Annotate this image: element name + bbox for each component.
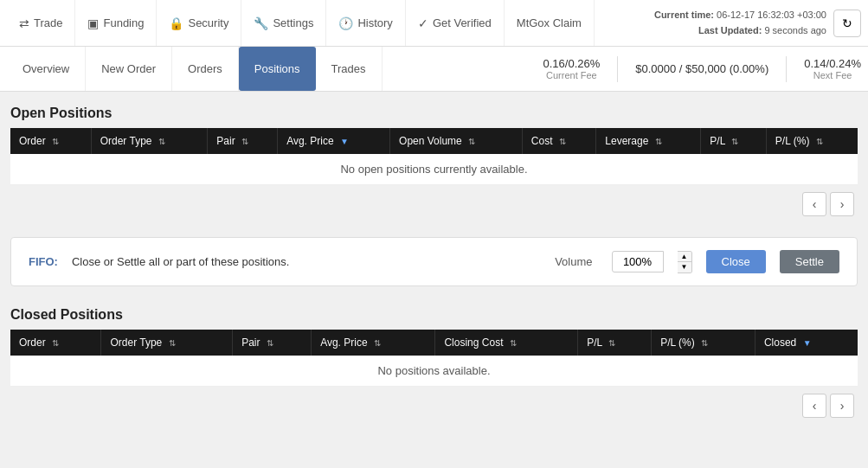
subnav-overview[interactable]: Overview [7, 47, 86, 91]
nav-trade[interactable]: ⇄ Trade [7, 0, 75, 46]
fifo-block: FIFO: Close or Settle all or part of the… [10, 237, 858, 286]
nav-funding-label: Funding [103, 16, 144, 29]
current-fee-value: 0.16/0.26% [543, 57, 600, 70]
next-fee-label: Next Fee [804, 70, 861, 80]
nav-funding[interactable]: ▣ Funding [75, 0, 157, 46]
col-cost[interactable]: Cost ⇅ [522, 128, 595, 154]
last-updated-label: Last Updated: [698, 25, 762, 35]
open-positions-header: Order ⇅ Order Type ⇅ Pair ⇅ Avg. Price ▼… [10, 128, 858, 154]
subnav-new-order[interactable]: New Order [86, 47, 172, 91]
funding-icon: ▣ [87, 16, 99, 30]
closed-col-closed[interactable]: Closed ▼ [755, 330, 858, 356]
subnav-positions[interactable]: Positions [239, 47, 316, 91]
col-open-volume[interactable]: Open Volume ⇅ [390, 128, 523, 154]
closed-col-pair[interactable]: Pair ⇅ [233, 330, 312, 356]
subnav-trades[interactable]: Trades [316, 47, 383, 91]
volume-spin-up[interactable]: ▲ [678, 252, 691, 262]
current-time-label: Current time: [654, 10, 714, 20]
closed-col-avg-price[interactable]: Avg. Price ⇅ [312, 330, 435, 356]
current-fee: 0.16/0.26% Current Fee [543, 57, 600, 80]
open-positions-section: Open Positions Order ⇅ Order Type ⇅ Pair… [10, 106, 858, 223]
col-pl-pct[interactable]: P/L (%) ⇅ [766, 128, 858, 154]
top-nav: ⇄ Trade ▣ Funding 🔒 Security 🔧 Settings … [0, 0, 868, 47]
nav-trade-label: Trade [34, 16, 62, 29]
closed-col-pl[interactable]: P/L ⇅ [578, 330, 652, 356]
closed-positions-table: Order ⇅ Order Type ⇅ Pair ⇅ Avg. Price ⇅… [10, 330, 858, 387]
closed-positions-next-btn[interactable]: › [830, 394, 854, 418]
balance-fee-value: $0.0000 / $50,000 (0.00%) [635, 62, 768, 75]
next-fee: 0.14/0.24% Next Fee [804, 57, 861, 80]
nav-mtgox-label: MtGox Claim [517, 16, 582, 29]
nav-verified-label: Get Verified [433, 16, 492, 29]
nav-get-verified[interactable]: ✓ Get Verified [406, 0, 505, 46]
volume-input[interactable] [612, 251, 664, 272]
fifo-label: FIFO: [29, 255, 58, 268]
closed-positions-empty-message: No positions available. [10, 356, 858, 387]
closed-col-order-type[interactable]: Order Type ⇅ [101, 330, 233, 356]
col-order-type[interactable]: Order Type ⇅ [91, 128, 208, 154]
col-leverage[interactable]: Leverage ⇅ [596, 128, 701, 154]
fee-block: 0.16/0.26% Current Fee $0.0000 / $50,000… [543, 56, 861, 82]
nav-settings-label: Settings [273, 16, 313, 29]
settings-icon: 🔧 [254, 16, 268, 30]
col-pl[interactable]: P/L ⇅ [701, 128, 767, 154]
open-positions-empty-row: No open positions currently available. [10, 154, 858, 185]
closed-positions-header: Order ⇅ Order Type ⇅ Pair ⇅ Avg. Price ⇅… [10, 330, 858, 356]
next-fee-value: 0.14/0.24% [804, 57, 861, 70]
closed-positions-empty-row: No positions available. [10, 356, 858, 387]
main-content: Open Positions Order ⇅ Order Type ⇅ Pair… [0, 92, 868, 439]
volume-spin-down[interactable]: ▼ [678, 262, 691, 272]
history-icon: 🕐 [338, 16, 353, 30]
closed-positions-pagination: ‹ › [10, 387, 858, 425]
nav-security[interactable]: 🔒 Security [157, 0, 241, 46]
volume-label: Volume [555, 255, 592, 268]
closed-positions-title: Closed Positions [10, 307, 858, 323]
close-button[interactable]: Close [706, 250, 766, 273]
open-positions-pagination: ‹ › [10, 185, 858, 223]
volume-spinner: ▲ ▼ [678, 251, 692, 273]
balance-fee: $0.0000 / $50,000 (0.00%) [635, 62, 768, 75]
nav-security-label: Security [188, 16, 228, 29]
nav-history-label: History [357, 16, 392, 29]
closed-positions-prev-btn[interactable]: ‹ [802, 394, 826, 418]
col-order[interactable]: Order ⇅ [10, 128, 91, 154]
closed-col-order[interactable]: Order ⇅ [10, 330, 101, 356]
open-positions-prev-btn[interactable]: ‹ [802, 192, 826, 216]
refresh-icon: ↻ [842, 16, 852, 30]
fifo-text: Close or Settle all or part of these pos… [72, 255, 289, 268]
nav-mtgox[interactable]: MtGox Claim [505, 0, 595, 46]
refresh-button[interactable]: ↻ [833, 10, 861, 37]
settle-button[interactable]: Settle [780, 250, 839, 273]
nav-settings[interactable]: 🔧 Settings [241, 0, 326, 46]
closed-col-closing-cost[interactable]: Closing Cost ⇅ [435, 330, 578, 356]
current-fee-label: Current Fee [543, 70, 600, 80]
open-positions-next-btn[interactable]: › [830, 192, 854, 216]
closed-positions-section: Closed Positions Order ⇅ Order Type ⇅ Pa… [10, 307, 858, 425]
open-positions-title: Open Positions [10, 106, 858, 121]
trade-icon: ⇄ [19, 16, 29, 30]
security-icon: 🔒 [169, 16, 183, 30]
col-pair[interactable]: Pair ⇅ [208, 128, 278, 154]
sub-nav: Overview New Order Orders Positions Trad… [0, 47, 868, 92]
col-avg-price[interactable]: Avg. Price ▼ [278, 128, 390, 154]
current-time-value: 06-12-17 16:32:03 +03:00 [717, 10, 826, 20]
subnav-orders[interactable]: Orders [172, 47, 239, 91]
open-positions-table: Order ⇅ Order Type ⇅ Pair ⇅ Avg. Price ▼… [10, 128, 858, 185]
last-updated-value: 9 seconds ago [764, 25, 826, 35]
closed-col-pl-pct[interactable]: P/L (%) ⇅ [652, 330, 755, 356]
verified-icon: ✓ [418, 16, 428, 30]
time-block: Current time: 06-12-17 16:32:03 +03:00 L… [654, 8, 826, 38]
open-positions-empty-message: No open positions currently available. [10, 154, 858, 185]
nav-history[interactable]: 🕐 History [326, 0, 405, 46]
